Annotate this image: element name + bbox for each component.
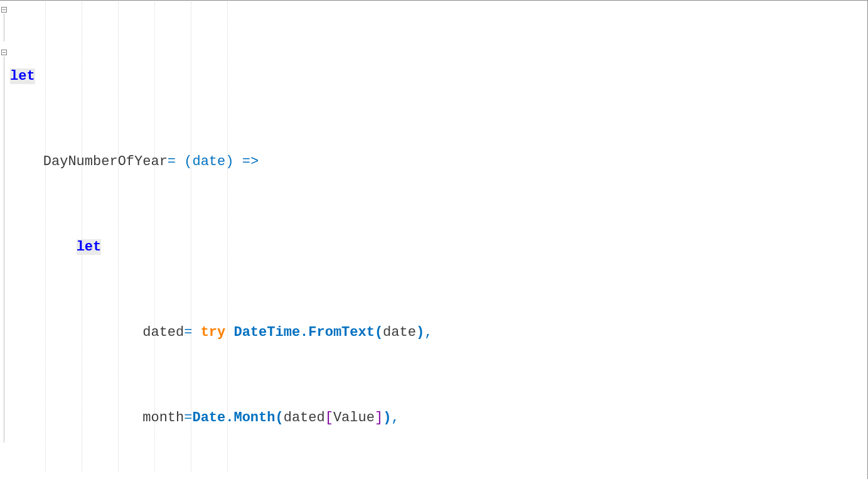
fold-toggle-icon[interactable] bbox=[1, 50, 7, 55]
identifier: DayNumberOfYear bbox=[43, 154, 168, 170]
code-line[interactable]: dated= try DateTime.FromText(date), bbox=[9, 322, 867, 343]
fold-gutter bbox=[0, 1, 9, 479]
fold-line bbox=[4, 14, 4, 41]
code-content[interactable]: let DayNumberOfYear= (date) => let dated… bbox=[9, 2, 867, 479]
fold-line bbox=[4, 57, 4, 443]
keyword-let: let bbox=[10, 68, 35, 84]
code-line[interactable]: let bbox=[9, 237, 867, 258]
code-line[interactable]: DayNumberOfYear= (date) => bbox=[9, 151, 867, 173]
code-editor[interactable]: let DayNumberOfYear= (date) => let dated… bbox=[0, 0, 868, 479]
code-line[interactable]: let bbox=[9, 66, 867, 87]
fn-datetime-fromtext: DateTime.FromText bbox=[233, 325, 374, 340]
fn-date-month: Date.Month bbox=[192, 410, 275, 426]
keyword-try: try bbox=[201, 325, 226, 340]
keyword-let: let bbox=[77, 239, 102, 255]
fold-toggle-icon[interactable] bbox=[1, 7, 7, 13]
code-line[interactable]: month=Date.Month(dated[Value]), bbox=[9, 407, 867, 429]
